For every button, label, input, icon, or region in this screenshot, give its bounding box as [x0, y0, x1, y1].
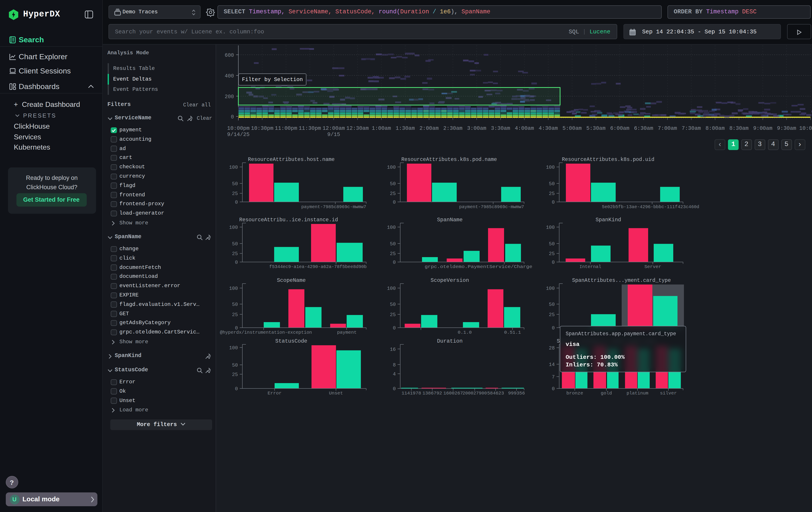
svg-text:1141978: 1141978 — [402, 391, 421, 396]
svg-text:0: 0 — [231, 114, 234, 120]
svg-text:11:00pm: 11:00pm — [275, 125, 297, 131]
svg-text:100: 100 — [229, 286, 238, 291]
svg-text:2:30am: 2:30am — [443, 125, 462, 131]
svg-text:50: 50 — [232, 362, 238, 368]
svg-text:2:00am: 2:00am — [419, 125, 438, 131]
svg-text:25: 25 — [232, 372, 238, 378]
svg-text:6:30am: 6:30am — [634, 125, 653, 131]
svg-text:9/15: 9/15 — [327, 132, 340, 138]
svg-text:7:30am: 7:30am — [682, 125, 701, 131]
svg-text:0: 0 — [235, 200, 238, 205]
svg-text:8: 8 — [393, 362, 396, 368]
svg-text:grpc.oteldemo.PaymentService/C: grpc.oteldemo.PaymentService/Charge — [425, 264, 532, 269]
svg-text:4:30am: 4:30am — [539, 125, 558, 131]
svg-text:8:30am: 8:30am — [729, 125, 748, 131]
svg-text:100: 100 — [229, 345, 238, 351]
svg-text:9:30am: 9:30am — [777, 125, 796, 131]
svg-text:100: 100 — [229, 165, 238, 170]
svg-text:9/14/25: 9/14/25 — [227, 132, 250, 138]
svg-text:4: 4 — [393, 372, 396, 377]
svg-text:ResourceAttributes.k8s.pod.nam: ResourceAttributes.k8s.pod.name — [401, 157, 497, 162]
svg-text:ResourceAttributes.host.name: ResourceAttributes.host.name — [248, 157, 335, 162]
svg-text:SpanName: SpanName — [437, 217, 462, 223]
svg-text:10:00pm: 10:00pm — [227, 125, 250, 131]
svg-text:50: 50 — [549, 181, 555, 187]
svg-text:StatusCode: StatusCode — [275, 338, 307, 344]
svg-text:0: 0 — [393, 325, 396, 331]
svg-text:25: 25 — [549, 312, 555, 318]
svg-text:@hyperdx/instrumentation-excep: @hyperdx/instrumentation-exception — [220, 330, 312, 335]
svg-text:50: 50 — [232, 241, 238, 247]
svg-text:ResourceAttribu..ice.instance.: ResourceAttribu..ice.instance.id — [239, 217, 338, 223]
svg-text:1600267: 1600267 — [443, 391, 463, 396]
svg-text:200: 200 — [225, 94, 234, 100]
svg-text:0.51.1: 0.51.1 — [504, 330, 521, 335]
svg-text:100: 100 — [546, 225, 555, 231]
svg-text:25: 25 — [549, 191, 555, 196]
svg-text:100: 100 — [387, 225, 396, 231]
svg-text:0: 0 — [552, 200, 555, 205]
svg-text:5:30am: 5:30am — [586, 125, 605, 131]
svg-text:8:00am: 8:00am — [705, 125, 725, 131]
svg-text:payment-7985c8969c-mwmw7: payment-7985c8969c-mwmw7 — [301, 204, 366, 210]
svg-text:Server: Server — [644, 264, 661, 269]
svg-text:5e02b5fb-13ae-4296-bbbc-111f42: 5e02b5fb-13ae-4296-bbbc-111f423c460d — [602, 204, 699, 210]
svg-text:100: 100 — [387, 165, 396, 170]
svg-text:7: 7 — [552, 374, 555, 380]
svg-text:payment-7985c8969c-mwmw7: payment-7985c8969c-mwmw7 — [459, 204, 524, 210]
svg-text:Error: Error — [267, 391, 282, 396]
svg-text:25: 25 — [549, 251, 555, 257]
svg-text:12:30am: 12:30am — [346, 125, 369, 131]
svg-text:silver: silver — [660, 391, 677, 396]
svg-text:5:00am: 5:00am — [562, 125, 582, 131]
svg-text:0: 0 — [235, 260, 238, 265]
svg-text:ScopeName: ScopeName — [277, 277, 306, 284]
svg-text:gold: gold — [601, 391, 612, 396]
svg-text:25: 25 — [232, 191, 238, 196]
svg-text:50: 50 — [549, 302, 555, 307]
svg-text:1:00am: 1:00am — [372, 125, 391, 131]
svg-text:25: 25 — [390, 251, 396, 257]
svg-text:25: 25 — [232, 312, 238, 318]
svg-text:Unset: Unset — [329, 391, 343, 396]
svg-text:3:30am: 3:30am — [491, 125, 510, 131]
svg-text:0: 0 — [552, 260, 555, 265]
svg-text:10:30pm: 10:30pm — [251, 125, 273, 131]
svg-text:50: 50 — [390, 181, 396, 187]
svg-text:200027900: 200027900 — [462, 391, 487, 396]
svg-text:0.1.0: 0.1.0 — [458, 330, 472, 335]
svg-text:25: 25 — [390, 312, 396, 318]
svg-text:11:30pm: 11:30pm — [299, 125, 321, 131]
svg-text:bronze: bronze — [566, 391, 583, 396]
svg-text:12:00am: 12:00am — [322, 125, 345, 131]
svg-text:1:30am: 1:30am — [396, 125, 415, 131]
svg-text:payment: payment — [337, 330, 357, 335]
svg-text:50: 50 — [390, 241, 396, 247]
svg-text:100: 100 — [387, 286, 396, 291]
svg-text:Internal: Internal — [579, 264, 601, 269]
svg-text:0: 0 — [552, 325, 555, 331]
svg-text:9:00am: 9:00am — [753, 125, 772, 131]
svg-text:50: 50 — [549, 241, 555, 247]
svg-text:4:00am: 4:00am — [515, 125, 534, 131]
svg-text:ResourceAttributes.k8s.pod.uid: ResourceAttributes.k8s.pod.uid — [562, 157, 655, 162]
svg-text:0: 0 — [393, 200, 396, 205]
svg-text:3:00am: 3:00am — [467, 125, 486, 131]
svg-text:ScopeVersion: ScopeVersion — [431, 277, 469, 284]
svg-text:50: 50 — [232, 302, 238, 307]
svg-text:100: 100 — [546, 165, 555, 170]
svg-text:0: 0 — [393, 386, 396, 392]
svg-text:400: 400 — [225, 73, 234, 79]
svg-text:50: 50 — [390, 302, 396, 307]
svg-text:50: 50 — [232, 181, 238, 187]
svg-text:999356: 999356 — [508, 391, 525, 396]
svg-text:100: 100 — [546, 286, 555, 291]
svg-text:28: 28 — [549, 346, 555, 351]
svg-text:Duration: Duration — [437, 338, 462, 344]
svg-text:7:00am: 7:00am — [658, 125, 677, 131]
svg-text:f5344ec9-a1ea-4290-a62a-78f5be: f5344ec9-a1ea-4290-a62a-78f5bee8d90b — [269, 264, 367, 269]
svg-text:platinum: platinum — [627, 391, 648, 396]
svg-text:14: 14 — [549, 362, 555, 368]
svg-text:SpanKind: SpanKind — [596, 217, 621, 223]
svg-text:6:00am: 6:00am — [610, 125, 629, 131]
